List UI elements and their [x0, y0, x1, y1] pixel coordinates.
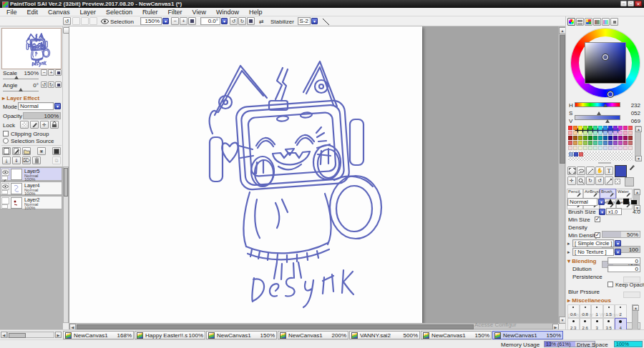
rotate-ccw-button[interactable]: ↺ [230, 17, 238, 25]
hue-marker[interactable] [603, 104, 608, 107]
panel-drag-handle[interactable] [598, 162, 611, 164]
shape-expander-arrow[interactable]: ▸ [567, 241, 570, 247]
stabilizer-dropdown-button[interactable]: ▾ [311, 18, 318, 24]
menu-ruler[interactable]: Ruler [137, 8, 163, 16]
color-swatch[interactable] [588, 131, 592, 135]
swatch-scroll-up[interactable]: ▲ [635, 126, 642, 132]
scale-slider[interactable] [3, 79, 39, 79]
scale-minus-button[interactable]: − [41, 69, 47, 76]
layer-thumbnail[interactable] [11, 169, 22, 180]
eyedropper-tool[interactable] [605, 177, 613, 185]
move-canvas-tool[interactable]: ✛ [567, 177, 576, 185]
mode-dropdown[interactable]: Normal [18, 102, 54, 110]
tool-brush[interactable]: Brush [600, 189, 616, 199]
brush-size-multiplier[interactable]: x1.0 [606, 208, 622, 215]
dilution-value-field[interactable]: 0 [608, 265, 640, 272]
tool-pencil[interactable]: Pencil [567, 189, 583, 199]
menu-edit[interactable]: Edit [22, 8, 44, 16]
color-swatch[interactable] [573, 131, 577, 135]
color-swatch[interactable] [613, 131, 618, 135]
lock-position-button[interactable]: ✛ [40, 121, 49, 129]
color-swatch[interactable] [598, 146, 602, 150]
color-swatch[interactable] [628, 141, 633, 145]
color-swatch[interactable] [603, 146, 608, 150]
zoom-value-field[interactable]: 150% [140, 17, 162, 25]
layer-row-layer4[interactable]: Layer4 Normal 100% [0, 182, 62, 195]
close-button[interactable]: ✕ [635, 1, 642, 6]
color-swatch[interactable] [573, 146, 577, 150]
new-sketch-layer-button[interactable] [12, 147, 21, 155]
visibility-eye-icon[interactable] [1, 169, 9, 176]
color-swatch[interactable] [603, 136, 608, 140]
lasso-tool[interactable] [577, 166, 585, 175]
layer-row-layer2[interactable]: Layer2 Normal 100% [0, 196, 62, 209]
sv-square[interactable] [585, 42, 626, 84]
canvas-vscrollbar-thumb[interactable] [560, 35, 565, 164]
clipping-group-checkbox[interactable] [3, 131, 9, 136]
color-swatch[interactable] [628, 131, 633, 135]
rotate-canvas-tool[interactable]: ↻ [586, 177, 595, 185]
custom-swatch[interactable] [574, 152, 578, 156]
min-size-bar[interactable]: 50% [602, 231, 640, 238]
color-swatch[interactable] [613, 136, 618, 140]
paint-active-slot[interactable] [1, 190, 8, 194]
color-wheel-tab[interactable] [567, 18, 575, 26]
lock-pixels-button[interactable] [30, 121, 39, 129]
tip-rect[interactable] [631, 200, 637, 204]
sat-slider[interactable] [575, 115, 620, 120]
color-swatch[interactable] [608, 141, 613, 145]
min-density-checkbox[interactable]: ✓ [595, 232, 600, 238]
layers-hscroll-track[interactable] [7, 332, 54, 338]
minimize-button[interactable]: – [620, 1, 627, 6]
scale-plus-button[interactable]: + [48, 69, 54, 76]
tool-water[interactable]: Water [616, 189, 633, 199]
color-swatch[interactable] [628, 146, 633, 150]
mode-dropdown-button[interactable]: ▾ [54, 103, 61, 109]
file-tab[interactable]: NewCanvas1150% [206, 331, 277, 339]
paint-active-slot[interactable] [1, 204, 8, 209]
menu-layer[interactable]: Layer [75, 8, 102, 16]
maximize-button[interactable]: □ [628, 1, 634, 6]
color-swatch[interactable] [588, 141, 592, 145]
swatch-scrollbar[interactable]: ▲ ▼ [635, 126, 641, 161]
color-swatch[interactable] [603, 131, 608, 135]
color-swatch[interactable] [618, 136, 623, 140]
color-swatch[interactable] [613, 146, 618, 150]
angle-value-field[interactable]: 0.0° [200, 17, 220, 25]
reset-view-tool[interactable]: ↺ [595, 177, 604, 185]
angle-dropdown-button[interactable]: ▾ [221, 18, 228, 24]
custom-swatch[interactable] [569, 152, 573, 156]
move-layer-tool[interactable]: ✋ [595, 166, 604, 175]
brush-shape-dropdown-button[interactable]: ▾ [615, 240, 621, 247]
zoom-tool[interactable] [577, 177, 585, 185]
min-size-checkbox[interactable]: ✓ [595, 217, 600, 222]
navigator-preview[interactable] [1, 28, 62, 69]
zoom-out-button[interactable]: − [171, 17, 179, 25]
scale-slider-marker[interactable] [14, 76, 19, 79]
color-swatch[interactable] [583, 131, 587, 135]
transparent-color-button[interactable] [615, 179, 620, 184]
file-tab[interactable]: NewCanvas1150% [421, 331, 492, 339]
color-swatch[interactable] [593, 136, 597, 140]
color-swatch[interactable] [623, 126, 628, 130]
rectangle-select-tool[interactable] [567, 166, 576, 175]
color-swatch[interactable] [598, 131, 602, 135]
color-swatch[interactable] [593, 141, 597, 145]
visibility-slot[interactable] [1, 197, 9, 204]
color-swatch[interactable] [583, 136, 587, 140]
size-scroll-up[interactable]: ▲ [633, 305, 639, 311]
blending-value-field[interactable]: 0 [608, 257, 640, 264]
layers-hscroll-right[interactable]: ▶ [55, 332, 62, 338]
color-swatch[interactable] [613, 141, 618, 145]
color-swatch[interactable] [578, 126, 582, 130]
brush-shape-selector[interactable]: [ Simple Circle ] [572, 239, 614, 247]
history-button[interactable]: ↺ [63, 17, 71, 25]
color-swatch[interactable] [568, 141, 572, 145]
sv-cursor[interactable] [602, 54, 608, 60]
menu-view[interactable]: View [187, 8, 211, 16]
menu-selection[interactable]: Selection [101, 8, 137, 16]
canvas-area[interactable] [69, 26, 558, 323]
layer-mask-button[interactable]: ⋇ [37, 147, 46, 155]
rotate-cw-button[interactable]: ↻ [238, 17, 246, 25]
toolbar-disabled-button[interactable] [72, 17, 80, 25]
